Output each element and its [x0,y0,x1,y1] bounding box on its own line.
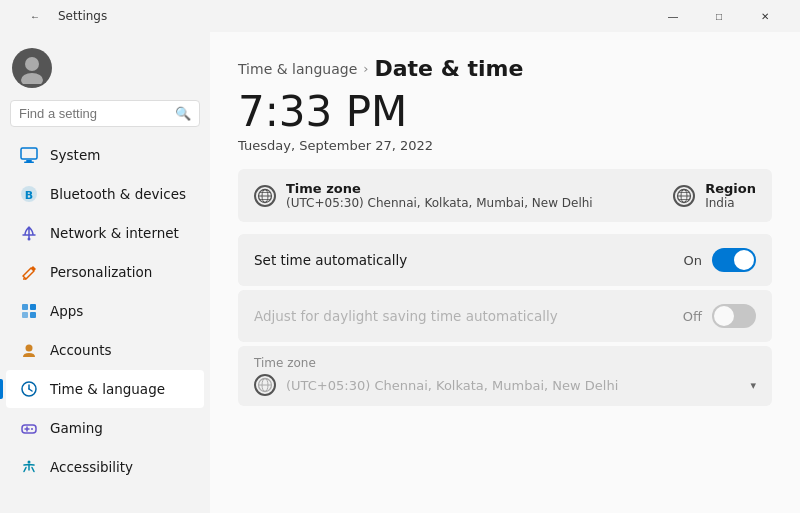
time-icon [20,380,38,398]
region-text: Region India [705,181,756,210]
titlebar-title: Settings [58,9,650,23]
svg-point-1 [21,73,43,84]
sidebar-item-bluetooth-label: Bluetooth & devices [50,186,186,202]
daylight-right: Off [683,304,756,328]
timezone-label: Time zone [286,181,593,196]
sidebar-item-accounts-label: Accounts [50,342,112,358]
sidebar-item-gaming[interactable]: Gaming [6,409,204,447]
bluetooth-icon: B [20,185,38,203]
daylight-status: Off [683,309,702,324]
current-date: Tuesday, September 27, 2022 [238,138,772,153]
sidebar-item-apps[interactable]: Apps [6,292,204,330]
timezone-value: (UTC+05:30) Chennai, Kolkata, Mumbai, Ne… [286,196,593,210]
minimize-button[interactable]: — [650,0,696,32]
apps-icon [20,302,38,320]
search-input[interactable] [19,106,169,121]
svg-point-7 [28,238,31,241]
tz-selector-text: (UTC+05:30) Chennai, Kolkata, Mumbai, Ne… [286,378,740,393]
gaming-icon [20,419,38,437]
svg-rect-11 [22,312,28,318]
sidebar-item-system-label: System [50,147,100,163]
sidebar-item-bluetooth[interactable]: B Bluetooth & devices [6,175,204,213]
system-icon [20,146,38,164]
sidebar-header [0,40,210,100]
breadcrumb-current: Date & time [374,56,523,81]
timezone-text: Time zone (UTC+05:30) Chennai, Kolkata, … [286,181,593,210]
svg-point-20 [31,428,33,430]
svg-rect-9 [22,304,28,310]
daylight-toggle[interactable] [712,304,756,328]
sidebar-item-time[interactable]: Time & language [6,370,204,408]
auto-time-right: On [684,248,756,272]
sidebar-item-personalization-label: Personalization [50,264,152,280]
auto-time-toggle[interactable] [712,248,756,272]
toggle-thumb [734,250,754,270]
region-globe-icon [673,185,695,207]
app-body: 🔍 System B Bluetooth & devices Network & [0,32,800,513]
sidebar-item-accessibility-label: Accessibility [50,459,133,475]
svg-rect-12 [30,312,36,318]
nav-items: System B Bluetooth & devices Network & i… [0,135,210,505]
breadcrumb-separator: › [363,61,368,76]
user-icon [12,48,52,88]
sidebar-item-time-label: Time & language [50,381,165,397]
svg-rect-10 [30,304,36,310]
avatar[interactable] [12,48,52,88]
search-box[interactable]: 🔍 [10,100,200,127]
sidebar-item-gaming-label: Gaming [50,420,103,436]
current-time: 7:33 PM [238,87,772,136]
region-info-item: Region India [673,181,756,210]
info-row: Time zone (UTC+05:30) Chennai, Kolkata, … [238,169,772,222]
content-area: Time & language › Date & time 7:33 PM Tu… [210,32,800,513]
tz-selector-label: Time zone [254,356,756,370]
accessibility-icon [20,458,38,476]
maximize-button[interactable]: □ [696,0,742,32]
svg-line-16 [29,389,32,391]
tz-chevron-icon[interactable]: ▾ [750,379,756,392]
tz-selector-globe-icon [254,374,276,396]
auto-time-card: Set time automatically On [238,234,772,286]
daylight-card: Adjust for daylight saving time automati… [238,290,772,342]
svg-rect-2 [21,148,37,159]
network-icon [20,224,38,242]
personalization-icon [20,263,38,281]
auto-time-row: Set time automatically On [238,234,772,286]
svg-rect-4 [24,162,34,164]
sidebar-item-apps-label: Apps [50,303,83,319]
svg-point-13 [26,345,33,352]
daylight-row: Adjust for daylight saving time automati… [238,290,772,342]
sidebar-item-accounts[interactable]: Accounts [6,331,204,369]
sidebar-item-system[interactable]: System [6,136,204,174]
breadcrumb-parent: Time & language [238,61,357,77]
tz-selector-value-row: (UTC+05:30) Chennai, Kolkata, Mumbai, Ne… [254,374,756,396]
breadcrumb: Time & language › Date & time [238,56,772,81]
close-button[interactable]: ✕ [742,0,788,32]
back-button[interactable]: ← [12,0,58,32]
daylight-label: Adjust for daylight saving time automati… [254,308,558,324]
auto-time-label: Set time automatically [254,252,407,268]
sidebar-item-network[interactable]: Network & internet [6,214,204,252]
svg-point-0 [25,57,39,71]
tz-selector-row: Time zone (UTC+05:30) Chennai, Kolkata, … [238,346,772,406]
region-value: India [705,196,756,210]
window-controls: — □ ✕ [650,0,788,32]
svg-point-21 [28,461,31,464]
accounts-icon [20,341,38,359]
sidebar-item-accessibility[interactable]: Accessibility [6,448,204,486]
timezone-info-item: Time zone (UTC+05:30) Chennai, Kolkata, … [254,181,593,210]
region-label: Region [705,181,756,196]
sidebar: 🔍 System B Bluetooth & devices Network & [0,32,210,513]
search-icon: 🔍 [175,106,191,121]
sidebar-item-personalization[interactable]: Personalization [6,253,204,291]
auto-time-status: On [684,253,702,268]
toggle-thumb-off [714,306,734,326]
sidebar-item-network-label: Network & internet [50,225,179,241]
titlebar: ← Settings — □ ✕ [0,0,800,32]
timezone-globe-icon [254,185,276,207]
svg-text:B: B [25,189,33,202]
